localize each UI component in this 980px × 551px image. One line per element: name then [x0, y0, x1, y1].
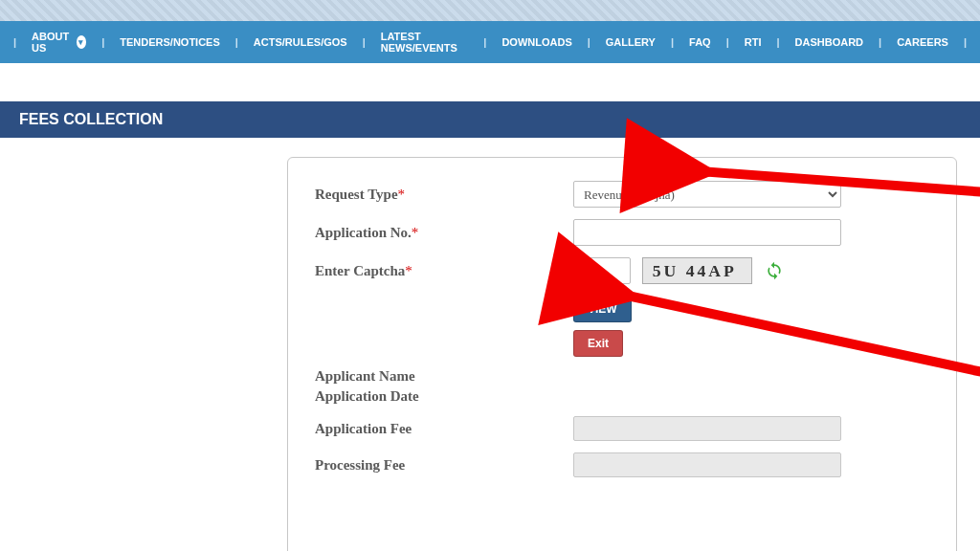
nav-separator: | [230, 36, 244, 48]
exit-button[interactable]: Exit [573, 330, 623, 357]
page-title: FEES COLLECTION [0, 101, 980, 138]
nav-acts[interactable]: ACTS/RULES/GOS [244, 31, 357, 54]
nav-label: CAREERS [897, 36, 948, 48]
main-nav: | ABOUT US ▾ | TENDERS/NOTICES | ACTS/RU… [0, 21, 980, 63]
chevron-down-icon: ▾ [77, 35, 86, 49]
nav-separator: | [357, 36, 371, 48]
nav-rti[interactable]: RTI [735, 31, 771, 54]
nav-label: FAQ [689, 36, 711, 48]
processing-fee-value [573, 452, 841, 477]
nav-label: DOWNLOADS [501, 36, 571, 48]
applicant-name-label: Applicant Name [315, 368, 573, 385]
captcha-input[interactable] [573, 257, 631, 284]
nav-label: ABOUT US [32, 31, 73, 54]
nav-edge-left: | [8, 36, 22, 48]
nav-label: GALLERY [606, 36, 656, 48]
nav-separator: | [478, 36, 492, 48]
nav-careers[interactable]: CAREERS [887, 31, 958, 54]
nav-tenders[interactable]: TENDERS/NOTICES [110, 31, 230, 54]
nav-label: LATEST NEWS/EVENTS [381, 31, 469, 54]
nav-edge-right: | [958, 36, 972, 48]
nav-label: DASHBOARD [795, 36, 864, 48]
application-fee-label: Application Fee [315, 421, 573, 437]
captcha-image [642, 257, 752, 284]
view-button[interactable]: VIEW [573, 296, 632, 322]
nav-separator: | [665, 36, 679, 48]
application-no-label: Application No.* [315, 225, 573, 241]
nav-about-us[interactable]: ABOUT US ▾ [22, 25, 96, 59]
nav-gallery[interactable]: GALLERY [596, 31, 665, 54]
captcha-label: Enter Captcha* [315, 263, 573, 279]
request-type-label: Request Type* [315, 187, 573, 203]
nav-label: RTI [745, 36, 762, 48]
header-texture [0, 0, 980, 21]
nav-news[interactable]: LATEST NEWS/EVENTS [371, 25, 479, 59]
application-no-input[interactable] [573, 219, 841, 246]
nav-separator: | [873, 36, 887, 48]
nav-separator: | [96, 36, 110, 48]
application-date-label: Application Date [315, 388, 573, 405]
nav-separator: | [770, 36, 785, 48]
nav-dashboard[interactable]: DASHBOARD [786, 31, 874, 54]
refresh-captcha-icon[interactable] [764, 260, 785, 281]
processing-fee-label: Processing Fee [315, 457, 573, 474]
nav-label: ACTS/RULES/GOS [254, 36, 347, 48]
nav-label: TENDERS/NOTICES [120, 36, 220, 48]
nav-separator: | [721, 36, 735, 48]
fees-collection-form: Request Type* Revenue (Khajna) Applicati… [287, 157, 957, 551]
nav-faq[interactable]: FAQ [679, 31, 721, 54]
application-fee-value [573, 416, 841, 441]
nav-downloads[interactable]: DOWNLOADS [492, 31, 581, 54]
request-type-select[interactable]: Revenue (Khajna) [573, 181, 841, 208]
nav-separator: | [582, 36, 596, 48]
